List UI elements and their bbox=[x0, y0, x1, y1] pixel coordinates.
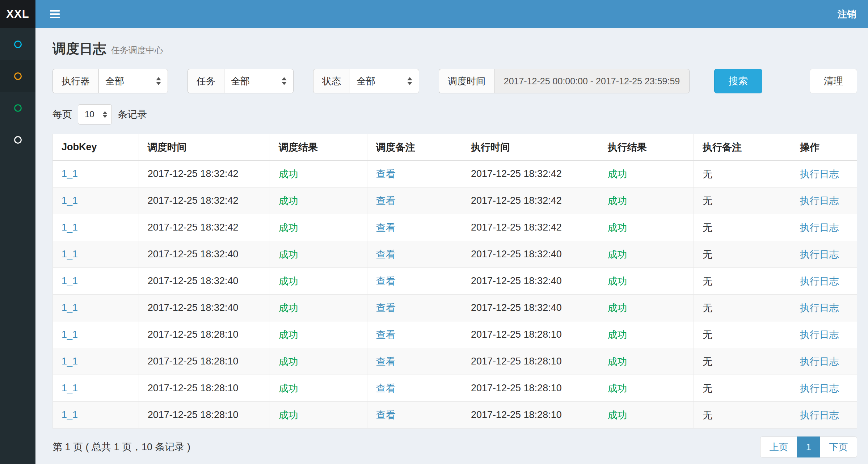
caret-down-icon bbox=[156, 82, 161, 85]
execution-log-link[interactable]: 执行日志 bbox=[800, 276, 839, 287]
view-trigger-msg-link[interactable]: 查看 bbox=[376, 169, 396, 180]
sidebar-item-3[interactable] bbox=[0, 92, 35, 124]
view-trigger-msg-link[interactable]: 查看 bbox=[376, 195, 396, 206]
cell-action: 执行日志 bbox=[791, 348, 857, 375]
cell-handle-msg: 无 bbox=[694, 348, 791, 375]
cell-trigger-msg: 查看 bbox=[367, 187, 462, 214]
cell-trigger-time: 2017-12-25 18:28:10 bbox=[139, 321, 270, 348]
header-handle-time: 执行时间 bbox=[462, 134, 599, 161]
table-row: 1_1 2017-12-25 18:32:40 成功 查看 2017-12-25… bbox=[53, 268, 857, 295]
search-button[interactable]: 搜索 bbox=[714, 69, 762, 93]
view-trigger-msg-link[interactable]: 查看 bbox=[376, 329, 396, 340]
execution-log-link[interactable]: 执行日志 bbox=[800, 249, 839, 260]
cell-handle-msg: 无 bbox=[694, 214, 791, 241]
cell-handle-time: 2017-12-25 18:32:42 bbox=[462, 161, 599, 187]
cell-handle-time: 2017-12-25 18:32:40 bbox=[462, 268, 599, 295]
status-select[interactable]: 全部 bbox=[350, 69, 419, 93]
jobkey-link[interactable]: 1_1 bbox=[62, 275, 78, 286]
view-trigger-msg-link[interactable]: 查看 bbox=[376, 222, 396, 233]
execution-log-link[interactable]: 执行日志 bbox=[800, 222, 839, 233]
status-select-value: 全部 bbox=[357, 75, 375, 88]
cell-action: 执行日志 bbox=[791, 241, 857, 268]
circle-outline-icon bbox=[14, 104, 22, 112]
jobkey-link[interactable]: 1_1 bbox=[62, 383, 78, 393]
cell-handle-time: 2017-12-25 18:28:10 bbox=[462, 321, 599, 348]
view-trigger-msg-link[interactable]: 查看 bbox=[376, 276, 396, 287]
view-trigger-msg-link[interactable]: 查看 bbox=[376, 303, 396, 313]
cell-trigger-result: 成功 bbox=[270, 321, 367, 348]
header-handle-msg: 执行备注 bbox=[694, 134, 791, 161]
cell-jobkey: 1_1 bbox=[53, 348, 139, 375]
circle-outline-icon bbox=[14, 41, 22, 48]
table-row: 1_1 2017-12-25 18:32:42 成功 查看 2017-12-25… bbox=[53, 187, 857, 214]
execution-log-link[interactable]: 执行日志 bbox=[800, 195, 839, 206]
cell-handle-msg: 无 bbox=[694, 187, 791, 214]
cell-trigger-result: 成功 bbox=[270, 348, 367, 375]
execution-log-link[interactable]: 执行日志 bbox=[800, 356, 839, 367]
execution-log-link[interactable]: 执行日志 bbox=[800, 383, 839, 394]
cell-jobkey: 1_1 bbox=[53, 268, 139, 295]
view-trigger-msg-link[interactable]: 查看 bbox=[376, 410, 396, 421]
cell-trigger-result: 成功 bbox=[270, 295, 367, 321]
sidebar-item-2[interactable] bbox=[0, 60, 35, 92]
app-logo: XXL bbox=[0, 0, 35, 28]
execution-log-link[interactable]: 执行日志 bbox=[800, 329, 839, 340]
pagination: 上页 1 下页 bbox=[760, 436, 857, 457]
cell-jobkey: 1_1 bbox=[53, 214, 139, 241]
caret-up-icon bbox=[156, 77, 161, 80]
header-handle-result: 执行结果 bbox=[599, 134, 694, 161]
page-size-select[interactable]: 10 bbox=[78, 104, 112, 125]
executor-select[interactable]: 全部 bbox=[98, 69, 168, 93]
execution-log-link[interactable]: 执行日志 bbox=[800, 169, 839, 180]
sidebar-toggle-icon[interactable] bbox=[46, 5, 63, 24]
filter-toolbar: 执行器 全部 任务 全部 状态 全部 bbox=[52, 69, 857, 93]
view-trigger-msg-link[interactable]: 查看 bbox=[376, 249, 396, 260]
execution-log-link[interactable]: 执行日志 bbox=[800, 303, 839, 313]
jobkey-link[interactable]: 1_1 bbox=[62, 329, 78, 340]
jobkey-link[interactable]: 1_1 bbox=[62, 168, 78, 179]
page-size-prefix: 每页 bbox=[52, 108, 72, 121]
cell-handle-msg: 无 bbox=[694, 161, 791, 187]
execution-log-link[interactable]: 执行日志 bbox=[800, 410, 839, 421]
jobkey-link[interactable]: 1_1 bbox=[62, 302, 78, 313]
job-select[interactable]: 全部 bbox=[224, 69, 294, 93]
jobkey-link[interactable]: 1_1 bbox=[62, 222, 78, 233]
hamburger-bar bbox=[50, 17, 60, 18]
jobkey-link[interactable]: 1_1 bbox=[62, 249, 78, 260]
jobkey-link[interactable]: 1_1 bbox=[62, 356, 78, 367]
cell-trigger-msg: 查看 bbox=[367, 214, 462, 241]
sidebar-item-4[interactable] bbox=[0, 124, 35, 156]
cell-jobkey: 1_1 bbox=[53, 187, 139, 214]
executor-select-value: 全部 bbox=[105, 75, 124, 88]
table-row: 1_1 2017-12-25 18:28:10 成功 查看 2017-12-25… bbox=[53, 402, 857, 429]
cell-jobkey: 1_1 bbox=[53, 375, 139, 402]
cell-trigger-msg: 查看 bbox=[367, 161, 462, 187]
page-title: 调度日志 bbox=[52, 40, 106, 58]
cell-handle-time: 2017-12-25 18:28:10 bbox=[462, 348, 599, 375]
cell-trigger-result: 成功 bbox=[270, 214, 367, 241]
caret-up-icon bbox=[407, 77, 412, 80]
next-page-button[interactable]: 下页 bbox=[820, 436, 857, 457]
jobkey-link[interactable]: 1_1 bbox=[62, 409, 78, 420]
cell-trigger-msg: 查看 bbox=[367, 241, 462, 268]
header-trigger-msg: 调度备注 bbox=[367, 134, 462, 161]
job-label: 任务 bbox=[187, 69, 224, 93]
cell-trigger-msg: 查看 bbox=[367, 348, 462, 375]
view-trigger-msg-link[interactable]: 查看 bbox=[376, 356, 396, 367]
table-header-row: JobKey 调度时间 调度结果 调度备注 执行时间 执行结果 执行备注 操作 bbox=[53, 134, 857, 161]
cell-trigger-time: 2017-12-25 18:32:42 bbox=[139, 187, 270, 214]
trigger-time-range-input[interactable]: 2017-12-25 00:00:00 - 2017-12-25 23:59:5… bbox=[494, 69, 690, 93]
jobkey-link[interactable]: 1_1 bbox=[62, 195, 78, 206]
select-stepper-icon bbox=[282, 77, 287, 85]
cell-handle-msg: 无 bbox=[694, 295, 791, 321]
current-page-button[interactable]: 1 bbox=[797, 436, 820, 457]
caret-down-icon bbox=[407, 82, 412, 85]
prev-page-button[interactable]: 上页 bbox=[760, 436, 797, 457]
hamburger-bar bbox=[50, 10, 60, 12]
view-trigger-msg-link[interactable]: 查看 bbox=[376, 383, 396, 394]
cell-handle-result: 成功 bbox=[599, 187, 694, 214]
cell-trigger-time: 2017-12-25 18:28:10 bbox=[139, 375, 270, 402]
sidebar-item-1[interactable] bbox=[0, 28, 35, 60]
clear-button[interactable]: 清理 bbox=[810, 69, 857, 93]
logout-link[interactable]: 注销 bbox=[838, 8, 856, 21]
